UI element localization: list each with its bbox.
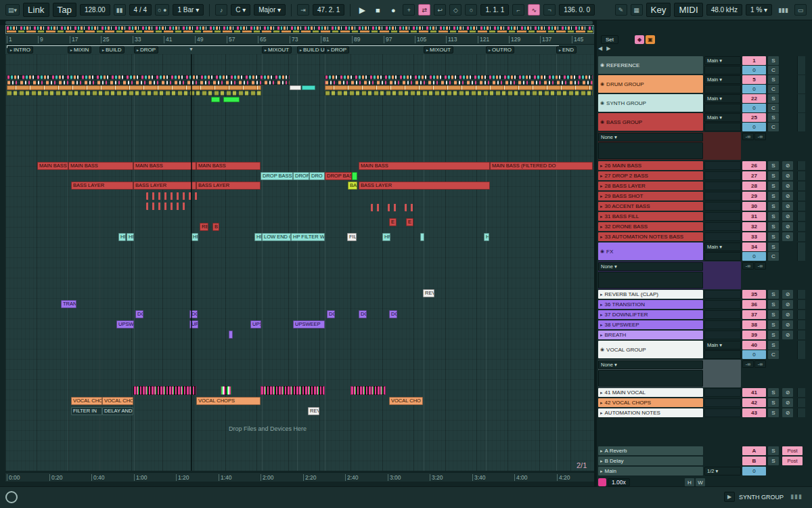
loop-start-field[interactable]: 1. 1. 1 xyxy=(480,4,509,16)
clip[interactable] xyxy=(325,91,593,96)
row-scroll-strip[interactable] xyxy=(797,300,805,309)
clip-drop-b[interactable]: DROP B xyxy=(293,172,309,180)
track-number-badge[interactable]: 1 xyxy=(742,56,766,65)
track-number-badge[interactable]: 37 xyxy=(742,310,766,319)
midi-map-button[interactable]: MIDI xyxy=(674,3,702,17)
volume-display[interactable]: -∞ xyxy=(742,262,754,270)
track-deactivate-button[interactable]: ⊘ xyxy=(782,202,793,211)
solo-button[interactable]: S xyxy=(768,300,779,309)
row-scroll-strip[interactable] xyxy=(797,222,805,231)
clip[interactable] xyxy=(223,97,240,102)
clip[interactable] xyxy=(146,203,188,210)
return-letter-badge[interactable]: A xyxy=(742,446,766,455)
locator-flag[interactable]: ▸DROP xyxy=(325,46,349,54)
track-header[interactable]: ◉FX xyxy=(598,242,703,260)
group-fold-icon[interactable]: ◉ xyxy=(600,347,604,352)
solo-button[interactable]: S xyxy=(768,457,779,465)
track-number-badge[interactable]: 42 xyxy=(742,398,766,407)
set-marker-icon[interactable]: ◇ xyxy=(449,4,461,16)
track-header[interactable]: ▸42 VOCAL CHOPS xyxy=(598,398,703,407)
clip-dc[interactable]: DC xyxy=(359,310,367,318)
track-header[interactable]: ▸38 UPSWEEP xyxy=(598,320,703,329)
quantize-select[interactable]: 1 Bar ▾ xyxy=(173,4,204,16)
track-deactivate-button[interactable]: ⊘ xyxy=(782,388,793,397)
track-number-badge[interactable]: 27 xyxy=(742,171,766,180)
playhead-marker-icon[interactable]: ▼ xyxy=(189,47,194,51)
send-value-badge[interactable]: 0 xyxy=(742,66,766,75)
track-number-badge[interactable]: 35 xyxy=(742,290,766,299)
track-number-badge[interactable]: 34 xyxy=(742,242,766,251)
track-play-icon[interactable]: ▸ xyxy=(600,194,603,199)
clip-dc[interactable]: DC xyxy=(389,310,397,318)
clip-rev[interactable]: REV xyxy=(308,407,319,415)
locator-flag[interactable]: ▸DROP xyxy=(134,46,158,54)
clip[interactable] xyxy=(325,81,593,85)
scrollbar-handle[interactable] xyxy=(5,21,593,24)
track-deactivate-button[interactable]: ⊘ xyxy=(782,310,793,319)
track-number-badge[interactable]: 39 xyxy=(742,331,766,339)
row-scroll-strip[interactable] xyxy=(797,408,805,417)
row-scroll-strip[interactable] xyxy=(797,310,805,319)
track-deactivate-button[interactable]: ⊘ xyxy=(782,398,793,407)
clip[interactable] xyxy=(261,386,325,395)
row-scroll-strip[interactable] xyxy=(797,75,805,93)
track-number-badge[interactable]: 33 xyxy=(742,232,766,241)
panel-nav-arrows[interactable]: ◀▶ xyxy=(598,45,614,51)
row-scroll-strip[interactable] xyxy=(797,161,805,170)
track-play-icon[interactable]: ▸ xyxy=(600,469,603,474)
track-header[interactable]: ▸31 BASS FILL xyxy=(598,212,703,221)
track-deactivate-button[interactable]: ⊘ xyxy=(782,182,793,190)
punch-out-icon[interactable]: ¬ xyxy=(543,4,556,16)
time-ruler[interactable]: 0:000:200:401:001:201:402:002:202:403:00… xyxy=(5,472,594,482)
device-chooser-select[interactable]: None ▾ xyxy=(598,262,703,271)
track-number-badge[interactable]: 40 xyxy=(742,341,766,350)
solo-button[interactable]: S xyxy=(768,113,779,122)
output-routing-select[interactable]: Main ▾ xyxy=(704,56,741,65)
zoom-grid-icon[interactable] xyxy=(598,478,606,486)
crossfade-button[interactable]: C xyxy=(768,123,779,131)
clip-vocal-cho[interactable]: VOCAL CHO xyxy=(102,397,133,405)
clip-dc[interactable]: DC xyxy=(135,310,143,318)
output-routing-select[interactable]: Main ▾ xyxy=(704,94,741,103)
clip-upsw[interactable]: UPSW xyxy=(116,320,134,329)
crossfade-button[interactable]: C xyxy=(768,104,779,112)
row-scroll-strip[interactable] xyxy=(797,192,805,200)
time-signature-field[interactable]: 4 / 4 xyxy=(129,4,152,16)
draw-mode-icon[interactable]: ✎ xyxy=(615,4,627,16)
clip-fil[interactable]: FIL xyxy=(347,233,357,241)
crossfade-button[interactable]: C xyxy=(768,85,779,93)
metronome-icon[interactable]: ○ ● xyxy=(155,4,169,16)
track-number-badge[interactable]: 22 xyxy=(742,94,766,103)
root-note-select[interactable]: C ▾ xyxy=(231,4,250,16)
post-toggle[interactable]: Post xyxy=(782,446,803,455)
row-scroll-strip[interactable] xyxy=(797,242,805,261)
options-menu-icon[interactable]: ▤▾ xyxy=(5,4,20,16)
track-deactivate-button[interactable]: ⊘ xyxy=(782,331,793,339)
track-header[interactable]: ◉VOCAL GROUP xyxy=(598,341,703,358)
track-deactivate-button[interactable]: ⊘ xyxy=(782,222,793,231)
track-deactivate-button[interactable]: ⊘ xyxy=(782,161,793,170)
key-map-button[interactable]: Key xyxy=(646,3,671,17)
clip-hp-filter-w[interactable]: HP FILTER W xyxy=(291,233,325,241)
lock-envelopes-icon[interactable]: ▣ xyxy=(646,35,655,44)
nudge-icons[interactable]: ▮▮ xyxy=(114,4,126,16)
track-header[interactable]: ▸41 MAIN VOCAL xyxy=(598,388,703,397)
crossfade-button[interactable]: C xyxy=(768,66,779,75)
solo-button[interactable]: S xyxy=(768,161,779,170)
track-header[interactable]: ▸Main xyxy=(598,467,703,475)
info-view-icon[interactable] xyxy=(5,491,18,503)
clip-main-bass[interactable]: MAIN BASS xyxy=(37,162,68,170)
clip-ba[interactable]: BA xyxy=(348,182,357,190)
device-chooser-select[interactable]: None ▾ xyxy=(598,360,703,369)
row-scroll-strip[interactable] xyxy=(797,331,805,339)
capture-midi-icon[interactable]: ⇄ xyxy=(418,4,430,16)
track-header[interactable]: ▸REVERB TAIL (CLAP) xyxy=(598,290,703,299)
clip-upsweep[interactable]: UPSWEEP xyxy=(293,320,325,329)
post-toggle[interactable]: Post xyxy=(782,457,803,465)
track-header[interactable]: ▸28 BASS LAYER xyxy=(598,182,703,190)
solo-button[interactable]: S xyxy=(768,192,779,200)
row-scroll-strip[interactable] xyxy=(797,232,805,241)
return-letter-badge[interactable]: B xyxy=(742,457,766,465)
track-number-badge[interactable]: 43 xyxy=(742,408,766,417)
scale-icon[interactable]: ♪ xyxy=(215,4,227,16)
